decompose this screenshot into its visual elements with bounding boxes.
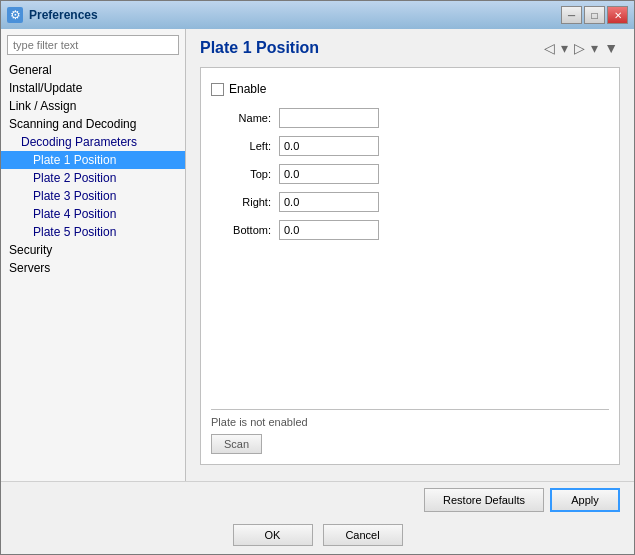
field-input-top[interactable]: [279, 164, 379, 184]
panel-header: Plate 1 Position ◁ ▾ ▷ ▾ ▼: [200, 39, 620, 57]
field-label-left: Left:: [211, 140, 271, 152]
field-input-right[interactable]: [279, 192, 379, 212]
field-input-bottom[interactable]: [279, 220, 379, 240]
field-label-top: Top:: [211, 168, 271, 180]
field-row-name: Name:: [211, 104, 609, 132]
enable-checkbox[interactable]: [211, 83, 224, 96]
sidebar-item-plate2-position[interactable]: Plate 2 Position: [1, 169, 185, 187]
main-panel: Plate 1 Position ◁ ▾ ▷ ▾ ▼ Enable Name:L…: [186, 29, 634, 481]
minimize-button[interactable]: ─: [561, 6, 582, 24]
title-bar-buttons: ─ □ ✕: [561, 6, 628, 24]
title-bar: ⚙ Preferences ─ □ ✕: [1, 1, 634, 29]
field-row-top: Top:: [211, 160, 609, 188]
filter-input[interactable]: [7, 35, 179, 55]
sidebar-item-plate1-position[interactable]: Plate 1 Position: [1, 151, 185, 169]
scan-button[interactable]: Scan: [211, 434, 262, 454]
bottom-buttons: Restore Defaults Apply: [1, 481, 634, 518]
ok-button[interactable]: OK: [233, 524, 313, 546]
sidebar-item-plate3-position[interactable]: Plate 3 Position: [1, 187, 185, 205]
form-area: Enable Name:Left:Top:Right:Bottom: Plate…: [200, 67, 620, 465]
panel-title: Plate 1 Position: [200, 39, 319, 57]
panel-dropdown[interactable]: ▼: [602, 40, 620, 56]
sidebar: GeneralInstall/UpdateLink / AssignScanni…: [1, 29, 186, 481]
field-row-bottom: Bottom:: [211, 216, 609, 244]
sidebar-item-servers[interactable]: Servers: [1, 259, 185, 277]
cancel-button[interactable]: Cancel: [323, 524, 403, 546]
sidebar-item-plate5-position[interactable]: Plate 5 Position: [1, 223, 185, 241]
field-label-right: Right:: [211, 196, 271, 208]
field-input-left[interactable]: [279, 136, 379, 156]
window-icon: ⚙: [7, 7, 23, 23]
apply-button[interactable]: Apply: [550, 488, 620, 512]
sidebar-item-plate4-position[interactable]: Plate 4 Position: [1, 205, 185, 223]
sidebar-item-general[interactable]: General: [1, 61, 185, 79]
sidebar-item-install-update[interactable]: Install/Update: [1, 79, 185, 97]
window-title: Preferences: [29, 8, 555, 22]
back-arrow[interactable]: ◁: [542, 40, 557, 56]
sidebar-item-scanning-decoding[interactable]: Scanning and Decoding: [1, 115, 185, 133]
close-button[interactable]: ✕: [607, 6, 628, 24]
status-text: Plate is not enabled: [211, 409, 609, 428]
nav-arrows: ◁ ▾ ▷ ▾ ▼: [542, 40, 620, 56]
maximize-button[interactable]: □: [584, 6, 605, 24]
forward-dropdown[interactable]: ▾: [589, 40, 600, 56]
form-fields: Name:Left:Top:Right:Bottom:: [211, 104, 609, 244]
preferences-window: ⚙ Preferences ─ □ ✕ GeneralInstall/Updat…: [0, 0, 635, 555]
field-row-right: Right:: [211, 188, 609, 216]
dialog-buttons: OK Cancel: [1, 518, 634, 554]
back-dropdown[interactable]: ▾: [559, 40, 570, 56]
field-label-name: Name:: [211, 112, 271, 124]
field-label-bottom: Bottom:: [211, 224, 271, 236]
enable-row: Enable: [211, 78, 609, 100]
sidebar-item-decoding-parameters[interactable]: Decoding Parameters: [1, 133, 185, 151]
sidebar-item-security[interactable]: Security: [1, 241, 185, 259]
nav-list: GeneralInstall/UpdateLink / AssignScanni…: [1, 61, 185, 277]
enable-label: Enable: [229, 82, 266, 96]
content-area: GeneralInstall/UpdateLink / AssignScanni…: [1, 29, 634, 481]
field-row-left: Left:: [211, 132, 609, 160]
sidebar-item-link-assign[interactable]: Link / Assign: [1, 97, 185, 115]
restore-defaults-button[interactable]: Restore Defaults: [424, 488, 544, 512]
field-input-name[interactable]: [279, 108, 379, 128]
forward-arrow[interactable]: ▷: [572, 40, 587, 56]
